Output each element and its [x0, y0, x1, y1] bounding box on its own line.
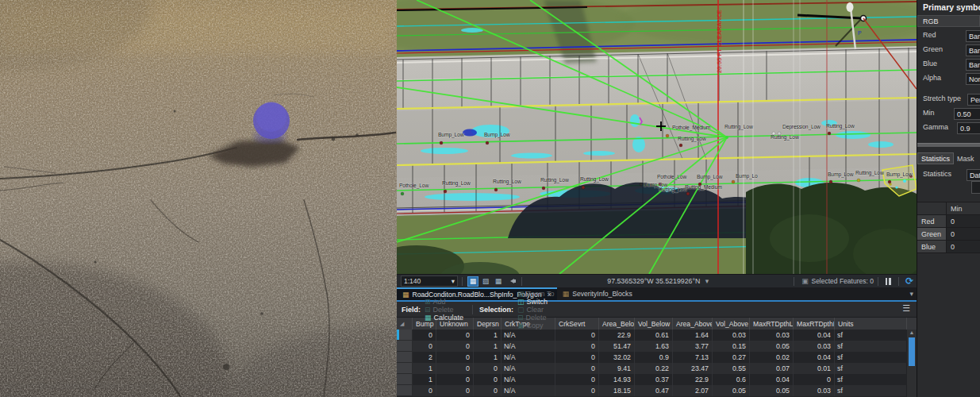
table-cell[interactable]: 0: [555, 385, 599, 396]
table-cell[interactable]: 32.02: [599, 352, 635, 363]
column-header-vol_above[interactable]: Vol_Above: [713, 318, 750, 330]
table-cell[interactable]: 1: [474, 330, 502, 341]
stats-row-blue[interactable]: Blue0: [917, 241, 980, 253]
table-cell[interactable]: 0.04: [794, 352, 835, 363]
table-cell[interactable]: 0: [413, 341, 436, 352]
row-selector[interactable]: [397, 363, 413, 374]
table-cell[interactable]: 0: [555, 330, 599, 341]
table-cell[interactable]: N/A: [502, 352, 555, 363]
table-cell[interactable]: 1: [413, 363, 436, 374]
table-cell[interactable]: 0: [555, 352, 599, 363]
map-annotation-label[interactable]: Rutting_Low: [678, 136, 706, 142]
table-cell[interactable]: 0: [555, 363, 599, 374]
feature-point[interactable]: [440, 141, 443, 145]
table-cell[interactable]: 0: [474, 363, 502, 374]
table-cell[interactable]: 0.61: [635, 330, 673, 341]
statistics-source-dropdown[interactable]: Dat: [967, 169, 980, 181]
table-cell[interactable]: 2.07: [673, 385, 713, 396]
table-cell[interactable]: 23.47: [673, 363, 713, 374]
map-annotation-label[interactable]: Bump_Low: [697, 174, 723, 180]
column-header-crksevrt[interactable]: CrkSevrt: [555, 318, 599, 330]
table-cell[interactable]: sf: [835, 363, 907, 374]
table-cell[interactable]: 9.41: [599, 363, 635, 374]
table-row[interactable]: 100N/A09.410.2223.470.550.070.01sf: [397, 363, 917, 374]
feature-point[interactable]: [582, 186, 585, 189]
table-cell[interactable]: 7.13: [673, 352, 713, 363]
column-header-maxrtdpthl[interactable]: MaxRTDpthL: [750, 318, 794, 330]
map-annotation-label[interactable]: Pothole_Low: [657, 174, 686, 180]
feature-point[interactable]: [778, 132, 781, 135]
table-row[interactable]: 001N/A022.90.611.640.030.030.04sf: [397, 330, 917, 341]
map-grid-tool-icon[interactable]: ▦: [493, 276, 504, 287]
map-annotation-label[interactable]: Bump_Low: [886, 172, 913, 178]
table-scrollbar[interactable]: ▲: [906, 330, 917, 397]
column-header-area_above[interactable]: Area_Above: [673, 318, 713, 330]
map-annotation-label[interactable]: Rutting_Low: [580, 176, 609, 183]
map-annotation-label[interactable]: Pothole_Medium: [672, 125, 711, 131]
min-input[interactable]: 0.50: [954, 108, 980, 120]
feature-point[interactable]: [857, 179, 860, 182]
column-header-units[interactable]: Units: [835, 318, 907, 330]
table-cell[interactable]: 0.22: [635, 363, 673, 374]
column-header-vol_below[interactable]: Vol_Below: [635, 318, 673, 330]
map-annotation-label[interactable]: Bump_low: [644, 182, 667, 188]
select-all-corner[interactable]: ◢: [397, 318, 413, 330]
table-cell[interactable]: 0.05: [713, 385, 750, 396]
table-cell[interactable]: sf: [835, 352, 907, 363]
map-annotation-label[interactable]: Bump_Lo: [736, 173, 758, 179]
statistics-options-button[interactable]: [971, 181, 980, 194]
stretch-type-input[interactable]: Perc: [967, 94, 980, 106]
table-cell[interactable]: 0.27: [713, 352, 750, 363]
table-cell[interactable]: 0: [474, 385, 502, 396]
red-band-dropdown[interactable]: Ban: [966, 30, 980, 42]
row-selector[interactable]: [397, 341, 413, 352]
table-cell[interactable]: 1.63: [635, 341, 673, 352]
map-viewport[interactable]: 20.55 FT CLEARANCE P: [397, 0, 917, 274]
table-cell[interactable]: 0.03: [750, 330, 794, 341]
table-cell[interactable]: N/A: [502, 374, 555, 385]
green-band-dropdown[interactable]: Ban: [966, 44, 980, 56]
map-annotation-label[interactable]: Rutting_Low: [442, 180, 471, 187]
table-cell[interactable]: 0.03: [794, 385, 835, 396]
pause-drawing-icon[interactable]: [886, 278, 891, 285]
feature-point[interactable]: [679, 144, 682, 147]
table-row[interactable]: 100N/A014.930.3722.90.60.040sf: [397, 374, 917, 385]
table-cell[interactable]: 0.01: [794, 363, 835, 374]
feature-point[interactable]: [640, 183, 643, 186]
feature-point[interactable]: [444, 190, 447, 193]
scrollbar-thumb[interactable]: [909, 337, 915, 366]
table-cell[interactable]: 0.55: [713, 363, 750, 374]
table-cell[interactable]: sf: [835, 374, 907, 385]
table-cell[interactable]: 51.47: [599, 341, 635, 352]
table-cell[interactable]: 0.37: [635, 374, 673, 385]
table-cell[interactable]: sf: [835, 330, 907, 341]
table-cell[interactable]: 0.05: [750, 385, 794, 396]
table-cell[interactable]: 0: [436, 341, 474, 352]
tab-severityinfo-blocks[interactable]: ▦ SeverityInfo_Blocks: [557, 287, 638, 300]
feature-point[interactable]: [542, 187, 545, 190]
table-cell[interactable]: N/A: [502, 385, 555, 396]
table-row[interactable]: 000N/A018.150.472.070.050.050.03sf: [397, 385, 917, 396]
feature-point[interactable]: [686, 192, 690, 195]
map-annotation-label[interactable]: Rutting_Low: [855, 170, 884, 176]
map-annotation-label[interactable]: Pothole_Low: [399, 183, 429, 189]
table-cell[interactable]: 22.9: [673, 374, 713, 385]
map-annotation-label[interactable]: Rutting_Medium: [685, 184, 722, 191]
table-row[interactable]: 201N/A032.020.97.130.270.020.04sf: [397, 352, 917, 363]
table-cell[interactable]: 2: [413, 352, 436, 363]
map-annotation-label[interactable]: Depression_Low: [782, 124, 821, 130]
refresh-icon[interactable]: ⟳: [905, 277, 913, 285]
table-cell[interactable]: 14.93: [599, 374, 635, 385]
table-cell[interactable]: 0.04: [750, 374, 794, 385]
table-cell[interactable]: sf: [835, 385, 907, 396]
table-cell[interactable]: 0: [436, 385, 474, 396]
menu-icon[interactable]: ☰: [902, 303, 910, 314]
table-cell[interactable]: 0: [413, 330, 436, 341]
table-cell[interactable]: 0: [436, 330, 474, 341]
map-annotation-label[interactable]: Rutting_Low: [540, 177, 569, 183]
map-effects-tool-icon[interactable]: ▨: [480, 276, 491, 287]
table-cell[interactable]: 3.77: [673, 341, 713, 352]
stats-row-red[interactable]: Red0: [917, 215, 980, 228]
column-header-area_below[interactable]: Area_Below: [599, 318, 635, 330]
aerial-map[interactable]: 20.55 FT CLEARANCE P: [397, 0, 917, 274]
